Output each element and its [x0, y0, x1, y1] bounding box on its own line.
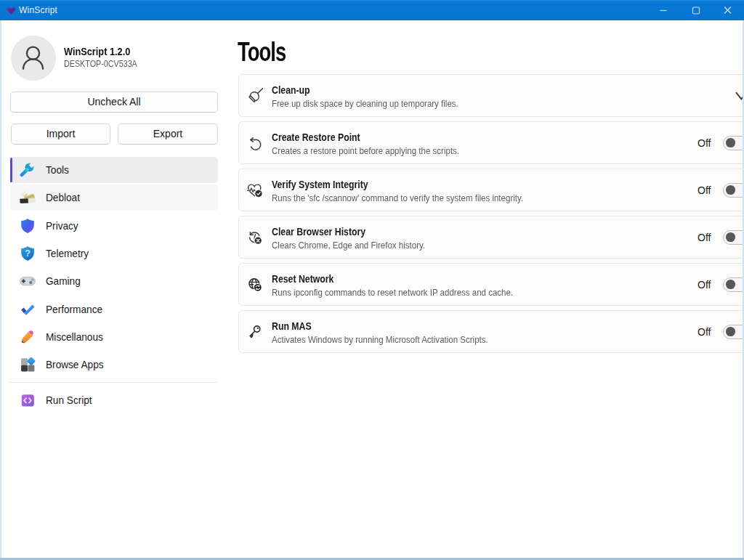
svg-text:?: ?: [25, 248, 31, 259]
